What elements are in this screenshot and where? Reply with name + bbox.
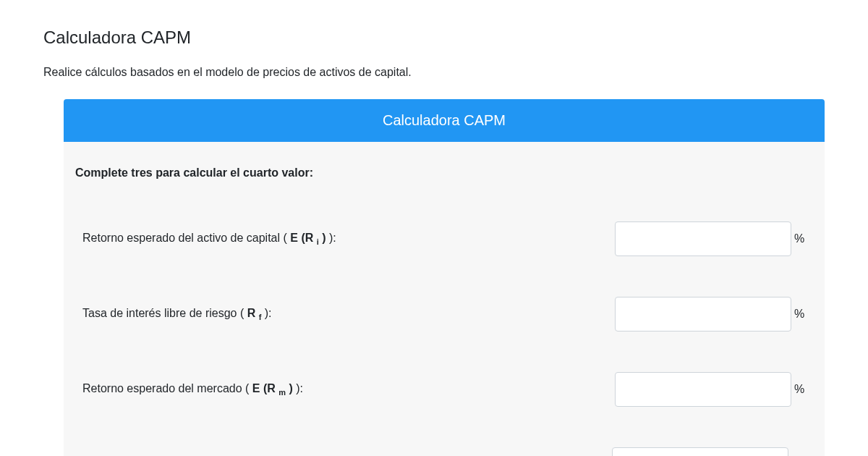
panel-body: Complete tres para calcular el cuarto va… <box>64 142 825 456</box>
input-group: % <box>615 221 806 256</box>
beta-input[interactable] <box>612 447 788 456</box>
unit-label: % <box>794 232 806 245</box>
unit-label: % <box>794 308 806 321</box>
instruction-text: Complete tres para calcular el cuarto va… <box>75 153 813 201</box>
panel-header: Calculadora CAPM <box>64 99 825 142</box>
page-description: Realice cálculos basados en el modelo de… <box>43 66 825 99</box>
unit-label: % <box>794 383 806 396</box>
field-row-beta: Beta para el activo de capital ( β i ): <box>75 427 813 456</box>
field-label: Retorno esperado del mercado ( E (R m ) … <box>82 382 615 397</box>
field-row-risk-free-rate: Tasa de interés libre de riesgo ( R f ):… <box>75 276 813 352</box>
input-group: % <box>615 297 806 332</box>
field-row-expected-return-market: Retorno esperado del mercado ( E (R m ) … <box>75 352 813 427</box>
page-title: Calculadora CAPM <box>43 0 825 66</box>
field-label: Retorno esperado del activo de capital (… <box>82 232 615 246</box>
risk-free-rate-input[interactable] <box>615 297 791 332</box>
calculator-panel: Calculadora CAPM Complete tres para calc… <box>64 99 825 456</box>
input-group: % <box>615 372 806 407</box>
expected-return-asset-input[interactable] <box>615 221 791 256</box>
expected-return-market-input[interactable] <box>615 372 791 407</box>
page-container: Calculadora CAPM Realice cálculos basado… <box>22 0 846 456</box>
input-group <box>612 447 806 456</box>
field-label: Tasa de interés libre de riesgo ( R f ): <box>82 307 615 321</box>
field-row-expected-return-asset: Retorno esperado del activo de capital (… <box>75 201 813 276</box>
